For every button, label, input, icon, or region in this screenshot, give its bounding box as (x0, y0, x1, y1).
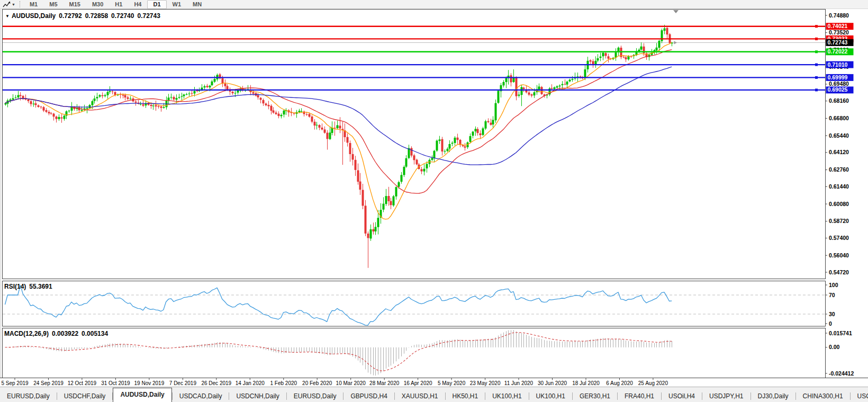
chart-title: ▼AUDUSD,Daily0.727920.728580.727400.7274… (5, 12, 164, 20)
svg-text:0.71010: 0.71010 (828, 61, 848, 68)
chart-tab-usoil-h4[interactable]: USOil,H4 (662, 390, 702, 402)
chart-tab-usdchf-daily[interactable]: USDCHF,Daily (57, 390, 113, 402)
timeframe-button-M30[interactable]: M30 (86, 0, 109, 9)
chart-tab-usdjpy-h1[interactable]: USDJPY,H1 (702, 390, 750, 402)
svg-text:5 Sep 2019: 5 Sep 2019 (1, 380, 29, 386)
svg-text:16 Apr 2020: 16 Apr 2020 (404, 380, 432, 386)
svg-text:24 Sep 2019: 24 Sep 2019 (33, 380, 64, 386)
svg-text:0.66800: 0.66800 (829, 115, 849, 121)
svg-text:0.62760: 0.62760 (829, 166, 849, 173)
chart-tab-usdcad-daily[interactable]: USDCAD,Daily (173, 390, 229, 402)
svg-text:0.58720: 0.58720 (829, 218, 849, 224)
svg-text:-0.024412: -0.024412 (829, 370, 854, 377)
svg-text:12 Oct 2019: 12 Oct 2019 (68, 380, 97, 386)
chevron-down-icon[interactable]: ▼ (12, 3, 15, 6)
macd-main-value: 0.003922 (52, 330, 78, 337)
toolbar-grip[interactable] (20, 1, 20, 7)
chart-tab-usoil-h1[interactable]: USOil,H1 (851, 390, 868, 402)
timeframe-button-MN[interactable]: MN (187, 0, 207, 9)
svg-text:30: 30 (829, 311, 835, 317)
chart-tab-china300-h1[interactable]: CHINA300,H1 (796, 390, 850, 402)
chart-tabs: EURUSD,DailyUSDCHF,DailyAUDUSD,DailyUSDC… (0, 387, 868, 402)
chart-symbol: AUDUSD,Daily (12, 12, 56, 20)
svg-text:6 Aug 2020: 6 Aug 2020 (606, 380, 633, 386)
svg-text:30 Jun 2020: 30 Jun 2020 (538, 380, 567, 386)
svg-text:0.72022: 0.72022 (828, 48, 848, 55)
timeframe-button-M5[interactable]: M5 (43, 0, 63, 9)
svg-text:0.72743: 0.72743 (828, 39, 848, 46)
svg-text:31 Oct 2019: 31 Oct 2019 (101, 380, 130, 386)
svg-text:0.00: 0.00 (829, 344, 840, 350)
svg-text:0.60080: 0.60080 (829, 201, 849, 207)
rsi-value: 55.3691 (29, 283, 52, 290)
svg-text:26 Dec 2019: 26 Dec 2019 (201, 380, 231, 386)
svg-text:1 Feb 2020: 1 Feb 2020 (270, 380, 297, 386)
svg-text:10 Mar 2020: 10 Mar 2020 (336, 380, 366, 386)
svg-text:0.61440: 0.61440 (829, 183, 849, 190)
chart-tab-xauusd-h1[interactable]: XAUUSD,H1 (395, 390, 445, 402)
svg-text:0.74880: 0.74880 (829, 12, 849, 19)
timeframe-buttons: M1M5M15M30H1H4D1W1MN (24, 0, 207, 9)
timeframe-button-D1[interactable]: D1 (147, 0, 166, 9)
svg-text:70: 70 (829, 292, 835, 298)
svg-text:7 Dec 2019: 7 Dec 2019 (169, 380, 197, 386)
svg-text:0: 0 (829, 320, 832, 327)
timeframe-button-W1[interactable]: W1 (167, 0, 187, 9)
ohlc-close: 0.72743 (137, 12, 160, 20)
svg-text:20 Feb 2020: 20 Feb 2020 (302, 380, 332, 386)
rsi-title: RSI(14)55.3691 (4, 283, 56, 290)
chart-tab-dj30-daily[interactable]: DJ30,Daily (751, 390, 795, 402)
svg-text:0.015741: 0.015741 (829, 330, 852, 336)
ohlc-open: 0.72792 (59, 12, 82, 20)
svg-text:0.73520: 0.73520 (829, 29, 849, 35)
toolbar: ▼ M1M5M15M30H1H4D1W1MN (0, 0, 868, 9)
chart-tab-eurusd-daily[interactable]: EURUSD,Daily (0, 390, 57, 402)
chart-tab-uk100-h1[interactable]: UK100,H1 (485, 390, 528, 402)
svg-text:11 Jun 2020: 11 Jun 2020 (504, 380, 534, 386)
macd-title: MACD(12,26,9)0.0039220.005134 (4, 330, 111, 337)
chart-tab-uk100-h1[interactable]: UK100,H1 (529, 390, 572, 402)
timeframe-button-M1[interactable]: M1 (24, 0, 43, 9)
timeframe-button-H4[interactable]: H4 (128, 0, 147, 9)
timeframe-button-H1[interactable]: H1 (109, 0, 128, 9)
svg-text:28 Mar 2020: 28 Mar 2020 (369, 380, 400, 386)
chart-tab-ger30-h1[interactable]: GER30,H1 (573, 390, 617, 402)
svg-text:25 Aug 2020: 25 Aug 2020 (638, 380, 668, 386)
svg-text:0.57400: 0.57400 (829, 235, 849, 241)
svg-text:14 Jan 2020: 14 Jan 2020 (236, 380, 265, 386)
svg-text:0.69025: 0.69025 (828, 86, 848, 93)
ohlc-low: 0.72740 (111, 12, 134, 20)
chart-tab-gbpusd-h4[interactable]: GBPUSD,H4 (343, 390, 394, 402)
svg-text:0.56040: 0.56040 (829, 252, 849, 258)
chart-tool-icon[interactable] (2, 1, 11, 8)
chart-tab-hk50-h1[interactable]: HK50,H1 (446, 390, 485, 402)
svg-text:18 Jul 2020: 18 Jul 2020 (572, 380, 600, 386)
svg-text:0.74021: 0.74021 (828, 23, 848, 29)
svg-text:23 May 2020: 23 May 2020 (470, 380, 501, 386)
chart-tab-usdcnh-daily[interactable]: USDCNH,Daily (229, 390, 286, 402)
timeframe-button-M15[interactable]: M15 (64, 0, 86, 9)
macd-signal-value: 0.005134 (82, 330, 108, 337)
svg-text:0.69999: 0.69999 (828, 74, 848, 81)
chart-region: 0.748800.735200.721600.708400.694800.681… (0, 9, 868, 387)
svg-text:19 Nov 2019: 19 Nov 2019 (134, 380, 165, 386)
date-axis: 5 Sep 201924 Sep 201912 Oct 201931 Oct 2… (1, 378, 668, 387)
svg-text:0.68160: 0.68160 (829, 97, 849, 104)
chart-tab-audusd-daily[interactable]: AUDUSD,Daily (113, 388, 171, 402)
svg-text:0.64120: 0.64120 (829, 149, 849, 155)
svg-text:0.65440: 0.65440 (829, 132, 849, 139)
chart-canvas[interactable]: 0.748800.735200.721600.708400.694800.681… (0, 9, 868, 387)
chart-tab-fra40-h1[interactable]: FRA40,H1 (618, 390, 661, 402)
chart-tab-eurusd-daily[interactable]: EURUSD,Daily (287, 390, 343, 402)
mt4-window: ▼ M1M5M15M30H1H4D1W1MN 0.748800.735200.7… (0, 0, 868, 402)
svg-text:5 May 2020: 5 May 2020 (438, 380, 466, 386)
collapse-icon[interactable]: ▼ (5, 14, 10, 19)
svg-text:0.54720: 0.54720 (829, 269, 849, 275)
ohlc-high: 0.72858 (85, 12, 108, 20)
svg-text:100: 100 (829, 282, 838, 288)
